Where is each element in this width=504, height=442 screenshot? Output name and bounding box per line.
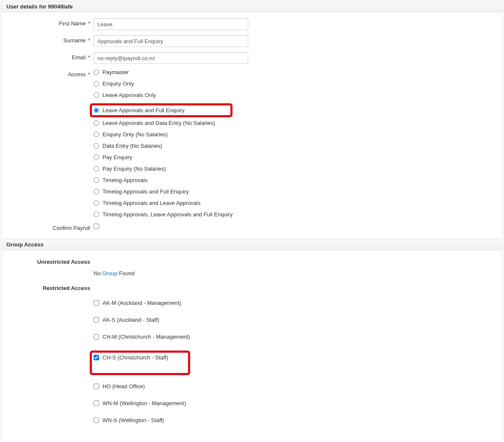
access-options: PaymasterEnquiry OnlyLeave Approvals Onl… [94,69,233,218]
highlight-box: CH-S (Christchurch - Staff) [90,351,190,375]
restricted-checkbox[interactable] [94,384,99,389]
group-access-panel: Group Access Unrestricted Access No Grou… [1,239,503,442]
restricted-option[interactable]: AK-M (Auckland - Management) [94,300,190,306]
access-option[interactable]: Timelog Approvals [94,177,233,183]
restricted-checkbox[interactable] [94,317,99,323]
access-radio[interactable] [94,143,99,149]
unrestricted-row: Unrestricted Access [6,259,498,265]
access-radio[interactable] [94,177,99,183]
first-name-label: First Name * [6,18,94,27]
email-label: Email * [6,52,94,61]
surname-input[interactable] [94,35,248,47]
confirm-payroll-label: Confirm Payroll [6,223,94,231]
access-option-label: Pay Enquiry (No Salaries) [102,166,166,172]
access-option[interactable]: Enquiry Only (No Salaries) [94,131,233,138]
access-option[interactable]: Paymaster [94,69,233,75]
first-name-input[interactable] [94,18,248,30]
restricted-checkbox[interactable] [94,401,99,406]
restricted-option[interactable]: WN-M (Wellington - Management) [94,400,190,406]
access-radio[interactable] [94,189,99,194]
group-link[interactable]: Group [102,270,117,276]
user-details-body: First Name * Surname * Email * A [1,12,503,239]
access-option-label: Paymaster [102,69,129,75]
access-option[interactable]: Timelog Approvals, Leave Approvals and F… [94,211,233,218]
restricted-option[interactable]: CH-S (Christchurch - Staff) [94,354,168,361]
access-option-label: Timelog Approvals and Leave Approvals [102,200,201,206]
no-group-row: No Group Found [6,270,498,276]
access-radio[interactable] [94,108,99,113]
access-radio[interactable] [94,212,99,217]
access-option-label: Enquiry Only [102,80,134,87]
restricted-option-label: WN-M (Wellington - Management) [102,400,186,406]
unrestricted-label: Unrestricted Access [6,259,94,265]
access-option-label: Enquiry Only (No Salaries) [102,131,168,138]
highlight-box: Leave Approvals and Full Enquiry [90,103,233,117]
restricted-checkbox[interactable] [94,300,99,306]
restricted-options: AK-M (Auckland - Management)AK-S (Auckla… [94,298,190,434]
restricted-checkbox[interactable] [94,417,99,423]
access-radio[interactable] [94,132,99,137]
restricted-checkbox[interactable] [94,334,99,340]
required-indicator: * [86,37,90,44]
restricted-option[interactable]: AK-S (Auckland - Staff) [94,317,190,323]
restricted-option[interactable]: CH-M (Christchurch - Management) [94,334,190,340]
access-radio[interactable] [94,200,99,206]
no-group-suffix: Found [117,270,134,276]
email-label-text: Email [72,54,86,61]
user-details-panel: User details for 99048lafe First Name * … [1,1,503,239]
restricted-row: Restricted Access [6,285,498,291]
access-option[interactable]: Leave Approvals Only [94,92,233,98]
email-input[interactable] [94,52,248,64]
access-option[interactable]: Data Entry (No Salaries) [94,143,233,149]
access-option[interactable]: Pay Enquiry [94,154,233,160]
access-option[interactable]: Timelog Approvals and Leave Approvals [94,200,233,206]
group-access-heading: Group Access [1,239,503,250]
first-name-label-text: First Name [59,20,86,27]
restricted-option-label: CH-M (Christchurch - Management) [102,334,190,340]
email-row: Email * [6,52,498,64]
surname-row: Surname * [6,35,498,47]
restricted-label: Restricted Access [6,285,94,291]
no-group-prefix: No [94,270,102,276]
access-radio[interactable] [94,120,99,126]
restricted-option-label: WN-S (Wellington - Staff) [102,417,164,423]
restricted-option[interactable]: WN-S (Wellington - Staff) [94,417,190,423]
user-details-heading: User details for 99048lafe [1,1,503,12]
access-option-label: Timelog Approvals and Full Enquiry [102,188,189,195]
access-option-label: Leave Approvals and Full Enquiry [102,107,185,113]
access-option[interactable]: Timelog Approvals and Full Enquiry [94,188,233,195]
surname-label: Surname * [6,35,94,44]
restricted-option-label: HO (Head Office) [102,383,145,390]
access-option-label: Pay Enquiry [102,154,132,160]
access-option-label: Timelog Approvals, Leave Approvals and F… [102,211,233,218]
restricted-checkbox[interactable] [94,355,99,360]
required-indicator: * [86,71,90,77]
access-option-label: Data Entry (No Salaries) [102,143,162,149]
access-option-label: Leave Approvals and Data Entry (No Salar… [102,120,215,126]
surname-label-text: Surname [64,37,86,44]
access-radio[interactable] [94,166,99,171]
access-option[interactable]: Pay Enquiry (No Salaries) [94,166,233,172]
restricted-option-label: AK-S (Auckland - Staff) [102,317,159,323]
first-name-row: First Name * [6,18,498,30]
access-label: Access * [6,69,94,77]
access-radio[interactable] [94,69,99,75]
access-option-label: Timelog Approvals [102,177,147,183]
restricted-options-row: AK-M (Auckland - Management)AK-S (Auckla… [6,298,498,434]
confirm-payroll-checkbox[interactable] [94,224,99,229]
access-option[interactable]: Leave Approvals and Full Enquiry [94,107,185,113]
group-access-body: Unrestricted Access No Group Found Restr… [1,250,503,442]
restricted-option[interactable]: HO (Head Office) [94,383,190,390]
access-option[interactable]: Leave Approvals and Data Entry (No Salar… [94,120,233,126]
access-label-text: Access [68,71,86,77]
access-row: Access * PaymasterEnquiry OnlyLeave Appr… [6,69,498,218]
access-option[interactable]: Enquiry Only [94,80,233,87]
access-radio[interactable] [94,155,99,160]
restricted-option-label: AK-M (Auckland - Management) [102,300,181,306]
access-option-label: Leave Approvals Only [102,92,156,98]
restricted-option-label: CH-S (Christchurch - Staff) [102,354,168,361]
access-radio[interactable] [94,92,99,98]
required-indicator: * [86,20,90,27]
required-indicator: * [86,54,90,61]
access-radio[interactable] [94,81,99,86]
